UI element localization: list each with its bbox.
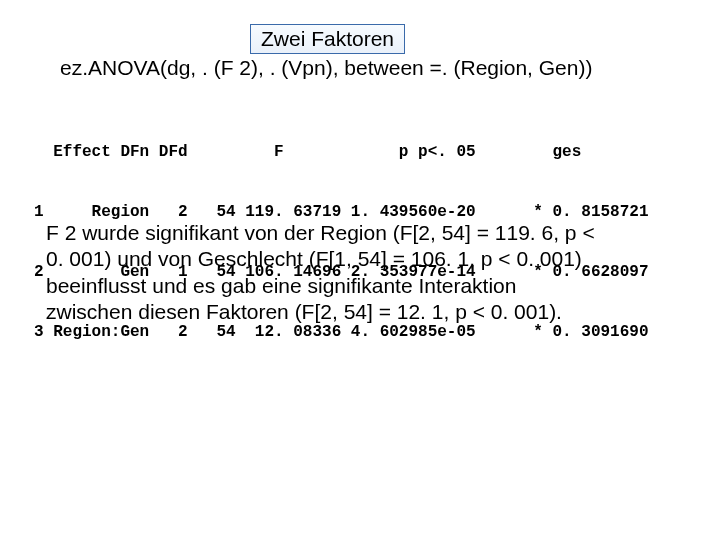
anova-row: 1 Region 2 54 119. 63719 1. 439560e-20 *… [34, 202, 649, 222]
r-code-line: ez.ANOVA(dg, . (F 2), . (Vpn), between =… [60, 56, 592, 80]
section-title: Zwei Faktoren [261, 27, 394, 50]
section-title-box: Zwei Faktoren [250, 24, 405, 54]
interpretation-paragraph: F 2 wurde signifikant von der Region (F[… [46, 220, 606, 325]
anova-header: Effect DFn DFd F p p<. 05 ges [34, 142, 649, 162]
anova-row: 3 Region:Gen 2 54 12. 08336 4. 602985e-0… [34, 322, 649, 342]
